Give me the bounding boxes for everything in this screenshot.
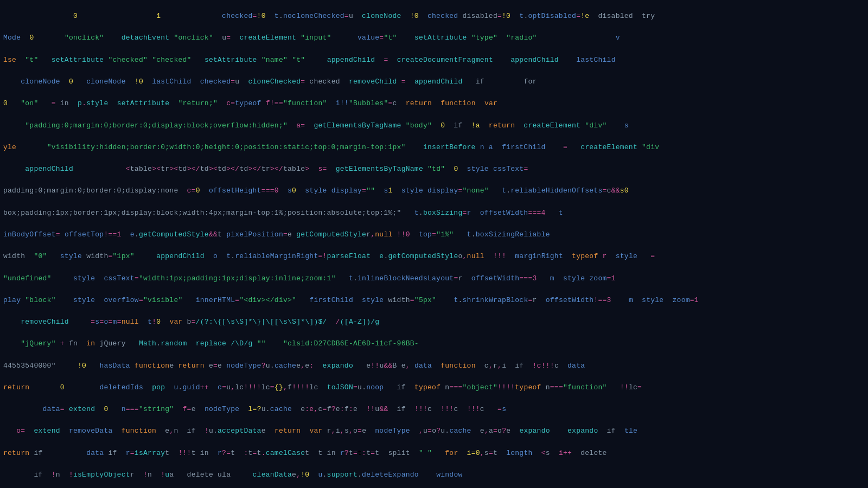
code-line-3: lse "t" setAttribute "checked" "checked"… — [0, 44, 868, 66]
code-line-19: data= extend 0 n==="string" f=e nodeType… — [0, 393, 868, 415]
code-line-10: box;padding:1px;border:1px;display:block… — [0, 197, 868, 219]
code-line-17: 44553540000" !0 hasData functione return… — [0, 350, 868, 371]
code-line-2: Mode 0 "onclick" detachEvent "onclick" u… — [0, 22, 868, 43]
code-line-20: o= extend removeData function e,n if !u.… — [0, 415, 868, 436]
code-line-21: return if data if r=isArrayt !!!t in r?=… — [0, 437, 868, 459]
code-line-15: removeChild =s=o=m=null t!0 var b=/(?:\{… — [0, 306, 868, 328]
code-line-13: "undefined" style cssText="width:1px;pad… — [0, 262, 868, 284]
code-line-1: 0 1 checked=!0 t.nocloneChecked=u cloneN… — [0, 0, 868, 22]
code-line-14: play "block" style overflow="visible" in… — [0, 284, 868, 306]
code-line-18: return 0 deletedIds pop u.guid++ c=u,lc!… — [0, 371, 868, 393]
code-background: 0 1 checked=!0 t.nocloneChecked=u cloneN… — [0, 0, 868, 488]
code-line-5: 0 "on" = in p.style setAttribute "return… — [0, 87, 868, 109]
code-line-9: padding:0;margin:0;border:0;display:none… — [0, 175, 868, 196]
code-line-12: width "0" style width="1px" appendChild … — [0, 240, 868, 262]
code-line-4: cloneNode 0 cloneNode !0 lastChild check… — [0, 66, 868, 87]
code-line-8: appendChild <table><tr><td></td><td></td… — [0, 153, 868, 175]
code-line-7: yle "visibility:hidden;border:0;width:0;… — [0, 131, 868, 153]
code-line-11: inBodyOffset= offsetTop!==1 e.getCompute… — [0, 219, 868, 240]
code-line-6: "padding:0;margin:0;border:0;display:blo… — [0, 109, 868, 131]
code-line-16: "jQuery" + fn in jQuery Math.random repl… — [0, 328, 868, 349]
code-line-23: _data function e,t,n return u data e,t,n… — [0, 480, 868, 488]
code-line-22: if !n !isEmptyObjectr !n !ua delete ula … — [0, 459, 868, 480]
